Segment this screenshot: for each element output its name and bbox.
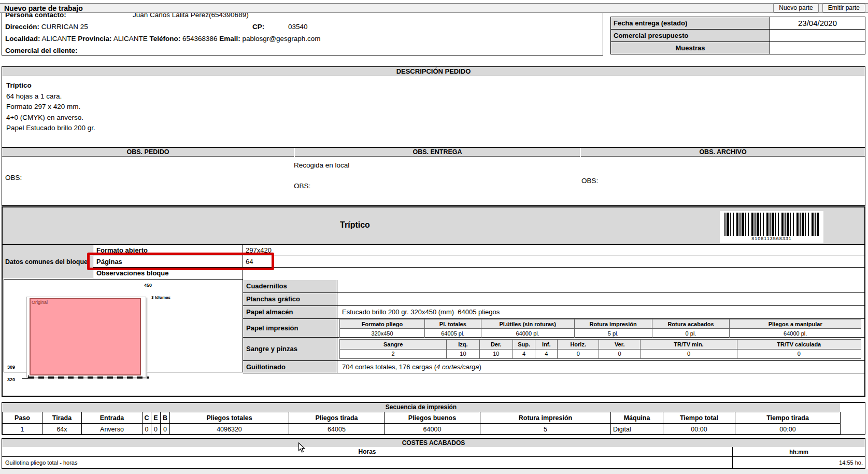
- secuencia-cell: 64x: [42, 424, 82, 435]
- provincia-value: ALICANTE: [113, 35, 148, 43]
- sangre-header: TR/TV min.: [641, 340, 737, 350]
- barcode: 8108113568331: [720, 211, 823, 243]
- preview-left-label-1: 309: [7, 365, 15, 370]
- papel-impresion-header-row: Formato pliego Pl. totales Pl.útiles (si…: [340, 319, 861, 329]
- client-locality-row: Localidad: ALICANTE Provincia: ALICANTE …: [2, 33, 603, 45]
- sangre-cell: 0: [599, 349, 640, 359]
- obs-archivo-value: OBS:: [581, 177, 598, 185]
- sangre-pinzas-label: Sangre y pinzas: [243, 338, 337, 360]
- titlebar-buttons: Nuevo parte Emitir parte: [773, 4, 868, 12]
- papel-almacen-value: Estucado brillo 200 gr. 320x450 (mm) 640…: [337, 306, 864, 318]
- sangre-header: Izq.: [447, 340, 479, 350]
- descripcion-line: Formato 297 x 420 mm.: [6, 102, 861, 113]
- client-contact-row: Persona contacto: Juan Carlos Lalita Per…: [2, 13, 603, 21]
- sangre-header: Der.: [479, 340, 513, 350]
- secuencia-header-row: Paso Tirada Entrada C E B Pliegos totale…: [3, 412, 841, 424]
- costes-acabados-section: COSTES ACABADOS Horas hh:mm Guillotina p…: [2, 438, 865, 469]
- imposition-preview-panel: 450 3 Idiomas Original 309 320: [4, 279, 243, 372]
- papel-impresion-header: Formato pliego: [340, 319, 425, 329]
- secuencia-cell: 64000: [385, 424, 480, 435]
- sangre-pinzas-row: Sangre y pinzas Sangre Izq. Der. Sup. In…: [243, 338, 864, 361]
- obs-entrega-header: OBS. ENTREGA: [295, 148, 580, 157]
- muestras-row: Muestras: [611, 42, 865, 54]
- sangre-header: TR/TV calculada: [737, 340, 861, 350]
- guillotinado-value: 704 cortes totales, 176 cargas (4 cortes…: [337, 361, 864, 373]
- localidad-value: ALICANTE: [42, 35, 76, 43]
- comercial-presupuesto-row: Comercial presupuesto: [611, 30, 865, 42]
- secuencia-value-row: 1 64x Anverso 0 0 0 4096320 64005 64000 …: [3, 424, 841, 435]
- secuencia-header: E: [151, 412, 161, 424]
- papel-impresion-cell: 64000 pl.: [730, 329, 861, 338]
- secuencia-cell: 00:00: [663, 424, 735, 435]
- bottom-strip: [0, 469, 868, 474]
- localidad-label: Localidad:: [5, 35, 40, 43]
- emitir-parte-button[interactable]: Emitir parte: [822, 4, 865, 12]
- secuencia-header: Paso: [3, 412, 42, 424]
- secuencia-header: Tiempo total: [663, 412, 735, 424]
- work-order-page: Nuevo parte de trabajo Nuevo parte Emiti…: [0, 0, 868, 474]
- sangre-cell: 4: [513, 349, 535, 359]
- secuencia-cell: 00:00: [735, 424, 841, 435]
- cuadernillos-value: [337, 280, 864, 292]
- descripcion-pedido-body: Tríptico 64 hojas a 1 cara. Formato 297 …: [2, 76, 865, 134]
- muestras-value[interactable]: [770, 42, 865, 54]
- costes-horas-header: Horas: [2, 447, 733, 457]
- planchas-row: Planchas gráfico: [243, 293, 864, 306]
- provincia-label: Provincia:: [78, 35, 111, 43]
- costes-table: Horas hh:mm Guillotina pliego total - ho…: [2, 447, 865, 468]
- obs-section: OBS. PEDIDO OBS. ENTREGA OBS. ARCHIVO OB…: [2, 147, 865, 206]
- datos-comunes-label: Datos comunes del bloque: [3, 245, 93, 278]
- secuencia-cell-maquina: Digital: [611, 424, 663, 435]
- fecha-entrega-label: Fecha entrega (estado): [611, 17, 770, 30]
- muestras-label: Muestras: [611, 42, 770, 54]
- sangre-header: Horiz.: [558, 340, 599, 350]
- sangre-cell: 0: [737, 349, 861, 359]
- sangre-header: Ver.: [599, 340, 640, 350]
- persona-contacto-label: Persona contacto:: [5, 13, 66, 19]
- sangre-header: Inf.: [535, 340, 558, 350]
- secuencia-header: Pliegos totales: [170, 412, 289, 424]
- production-fields-table: Cuadernillos Planchas gráfico Papel alma…: [243, 280, 864, 373]
- fecha-entrega-value[interactable]: 23/04/2020: [770, 17, 865, 30]
- papel-impresion-table: Formato pliego Pl. totales Pl.útiles (si…: [339, 319, 861, 338]
- barcode-number: 8108113568331: [720, 236, 823, 242]
- secuencia-cell: Anverso: [82, 424, 143, 435]
- obs-pedido-value: OBS:: [5, 174, 22, 182]
- formato-abierto-value[interactable]: 297x420: [243, 245, 864, 256]
- secuencia-header: B: [161, 412, 170, 424]
- client-address-row: Dirección: CURRICAN 25 CP: 03540: [2, 21, 603, 33]
- papel-impresion-cell: 320x450: [340, 329, 425, 338]
- papel-almacen-row: Papel almacén Estucado brillo 200 gr. 32…: [243, 306, 864, 319]
- product-block-section: Tríptico 8108113568331 Datos comunes del…: [2, 206, 865, 397]
- telefono-label: Teléfono:: [149, 35, 180, 43]
- email-value: pablosgr@gesgraph.com: [243, 35, 321, 43]
- costes-title: COSTES ACABADOS: [2, 439, 865, 447]
- comercial-cliente-label: Comercial del cliente:: [5, 47, 78, 54]
- titlebar: Nuevo parte de trabajo Nuevo parte Emiti…: [0, 3, 868, 13]
- planchas-value: [337, 293, 864, 305]
- papel-impresion-label: Papel impresión: [243, 319, 337, 337]
- cp-value: 03540: [288, 21, 308, 33]
- comercial-presupuesto-value[interactable]: [770, 30, 865, 42]
- obs-archivo-header: OBS. ARCHIVO: [581, 148, 865, 157]
- descripcion-line: 4+0 (CMYK) en anverso.: [6, 113, 861, 123]
- paginas-value[interactable]: 64: [243, 256, 864, 267]
- page-title: Nuevo parte de trabajo: [0, 4, 83, 12]
- planchas-label: Planchas gráfico: [243, 293, 337, 305]
- observaciones-bloque-value[interactable]: [243, 268, 864, 279]
- nuevo-parte-button[interactable]: Nuevo parte: [773, 4, 818, 12]
- product-block-title: Tríptico: [314, 220, 396, 230]
- guillotinado-label: Guillotinado: [243, 361, 337, 373]
- preview-original-label: Original: [32, 300, 48, 305]
- secuencia-cell: 4096320: [170, 424, 289, 435]
- secuencia-table: Paso Tirada Entrada C E B Pliegos totale…: [2, 412, 841, 435]
- delivery-table: Fecha entrega (estado) 23/04/2020 Comerc…: [610, 17, 865, 54]
- descripcion-line: Papel Estucado brillo 200 gr.: [6, 123, 861, 134]
- secuencia-header: Entrada: [82, 412, 143, 424]
- secuencia-header: Tirada: [42, 412, 82, 424]
- papel-impresion-cell: 0 pl.: [652, 329, 730, 338]
- papel-almacen-label: Papel almacén: [243, 306, 337, 318]
- obs-entrega-note: Recogida en local: [294, 161, 349, 169]
- obs-headers: OBS. PEDIDO OBS. ENTREGA OBS. ARCHIVO: [2, 148, 865, 157]
- secuencia-impresion-section: Secuencia de impresión Paso Tirada Entra…: [2, 402, 865, 435]
